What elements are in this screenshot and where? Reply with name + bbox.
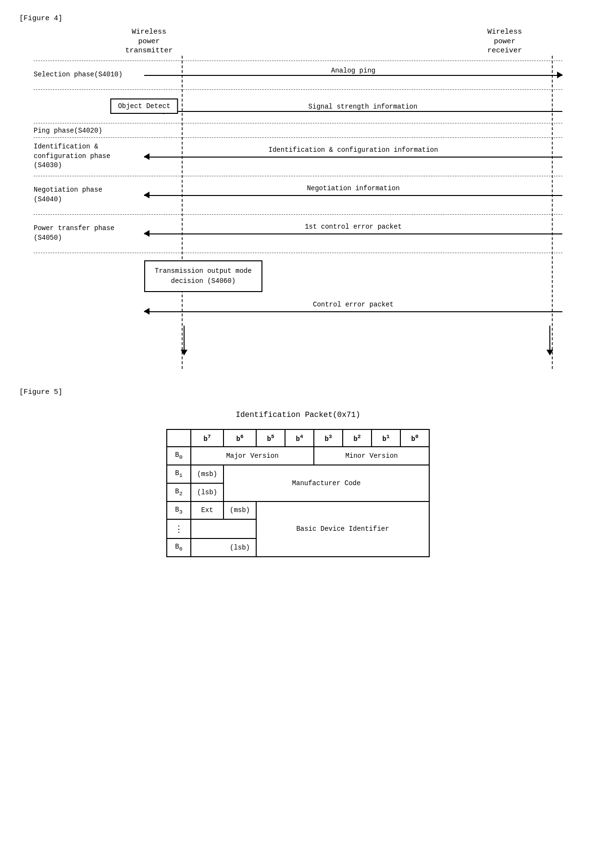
figure5-label: [Figure 5] [19,388,577,396]
col-b1: b1 [372,429,400,447]
figure4-section: [Figure 4] Wireless power transmitter Wi… [19,14,577,369]
msg-negotiation: Negotiation information [144,184,562,192]
row-control-error: Control error packet [34,297,562,326]
table-row-b3: B3 Ext (msb) Basic Device Identifier [167,501,429,520]
down-arrow-receiver-line [549,326,550,350]
table-row-b0: B0 Major Version Minor Version [167,447,429,465]
cell-minor-version: Minor Version [314,447,429,465]
col-header-empty [167,429,191,447]
object-detect-box: Object Detect [110,98,178,114]
transmission-output-area: Transmission output modedecision (S4060) [144,260,562,292]
cell-major-version: Major Version [191,447,314,465]
down-arrow-transmitter [181,326,187,355]
cell-basic-device-identifier: Basic Device Identifier [256,501,429,557]
table-row-b1: B1 (msb) Manufacturer Code [167,465,429,483]
msg-control-error: Control error packet [144,301,562,308]
control-error-1st-head [144,230,149,237]
down-arrow-transmitter-line [184,326,185,350]
col-b7: b7 [191,429,224,447]
row-negotiation: Negotiation phase(S4040) Negotiation inf… [34,176,562,214]
arrow-negotiation: Negotiation information [144,176,562,214]
cell-b2-lsb: (lsb) [191,483,224,501]
control-error-line [144,311,562,312]
row-id-config: Identification &configuration phase(S403… [34,137,562,176]
row-transmission-output: Transmission output modedecision (S4060) [34,256,562,297]
col-b4: b4 [285,429,314,447]
sequence-diagram: Wireless power transmitter Wireless powe… [34,27,562,369]
cell-b3-msb: (msb) [224,501,256,520]
cell-manufacturer-code: Manufacturer Code [224,465,429,501]
figure5-title: Identification Packet(0x71) [19,411,577,419]
down-arrow-receiver-head [546,350,553,355]
row-label-dots: ⋮ [167,519,191,538]
row-ping-phase: Ping phase(S4020) [34,123,562,137]
id-config-arrow-head [144,153,149,160]
cell-b3-ext: Ext [191,501,224,520]
entity-receiver: Wireless power receiver [466,27,543,56]
negotiation-arrow-head [144,192,149,198]
col-b2: b2 [343,429,372,447]
control-error-1st-line [144,233,562,234]
msg-analog-ping: Analog ping [144,67,562,74]
msg-id-config: Identification & configuration informati… [144,146,562,154]
seq-body: Selection phase(S4010) Analog ping Objec… [34,56,562,369]
seq-header: Wireless power transmitter Wireless powe… [34,27,562,56]
signal-arrow-line [159,111,562,112]
negotiation-arrow-line [144,195,562,196]
packet-table: b7 b6 b5 b4 b3 b2 b1 b0 B0 Major Version… [166,429,430,558]
cell-dots-left [191,519,256,538]
arrow-id-config: Identification & configuration informati… [144,137,562,176]
msg-signal-strength: Signal strength information [163,103,562,110]
arrow-line-right [144,75,562,76]
col-b5: b5 [256,429,285,447]
row-label-b6: B6 [167,538,191,557]
row-label-b2: B2 [167,483,191,501]
row-label-b3: B3 [167,501,191,520]
object-detect-area: Object Detect Signal strength informatio… [144,89,562,123]
down-arrow-transmitter-head [181,350,187,355]
col-b6: b6 [224,429,256,447]
row-object-detect: Object Detect Signal strength informatio… [34,89,562,123]
down-arrow-receiver [546,326,553,355]
cell-b6-lsb: (lsb) [191,538,256,557]
row-label-b0: B0 [167,447,191,465]
row-power-transfer: Power transfer phase(S4050) 1st control … [34,214,562,253]
figure5-section: [Figure 5] Identification Packet(0x71) b… [19,388,577,558]
col-b0: b0 [400,429,429,447]
figure4-label: [Figure 4] [19,14,577,23]
transmission-output-box: Transmission output modedecision (S4060) [144,260,262,292]
id-config-arrow-line [144,157,562,158]
table-header-row: b7 b6 b5 b4 b3 b2 b1 b0 [167,429,429,447]
phase-power-transfer-label: Power transfer phase(S4050) [34,224,144,243]
row-selection: Selection phase(S4010) Analog ping [34,61,562,89]
cell-b1-msb: (msb) [191,465,224,483]
control-error-head [144,308,149,315]
phase-id-config-label: Identification &configuration phase(S403… [34,142,144,171]
phase-selection-label: Selection phase(S4010) [34,70,144,79]
arrow-control-error-1st: 1st control error packet [144,214,562,253]
row-label-b1: B1 [167,465,191,483]
col-b3: b3 [314,429,343,447]
phase-negotiation-label: Negotiation phase(S4040) [34,185,144,204]
entity-transmitter: Wireless power transmitter [111,27,187,56]
phase-ping-label: Ping phase(S4020) [34,124,144,135]
msg-1st-control-error: 1st control error packet [144,223,562,231]
row-down-arrows [34,326,562,364]
arrow-control-error: Control error packet [144,297,562,326]
arrow-analog-ping: Analog ping [144,63,562,87]
